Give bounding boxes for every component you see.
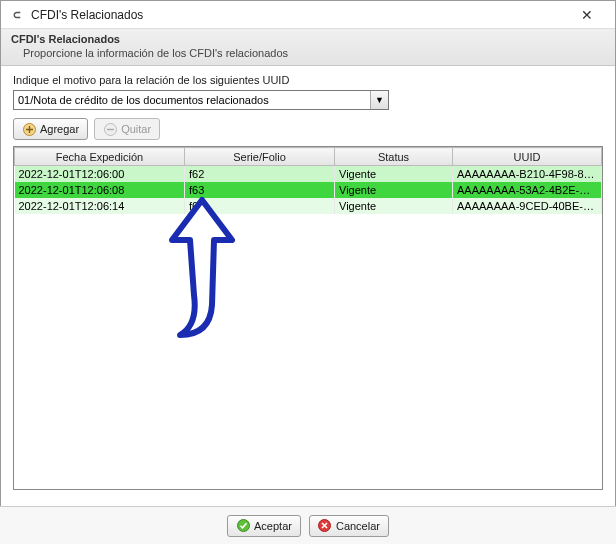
table-row-selected[interactable]: 2022-12-01T12:06:08 f63 Vigente AAAAAAAA… [15,182,602,198]
titlebar: ⊂ CFDI's Relacionados ✕ [1,1,615,29]
cell-fecha: 2022-12-01T12:06:00 [15,166,185,183]
col-folio[interactable]: Serie/Folio [185,148,335,166]
motivo-combo[interactable]: 01/Nota de crédito de los documentos rel… [13,90,389,110]
cell-fecha: 2022-12-01T12:06:14 [15,198,185,214]
cancel-icon [318,519,332,533]
quitar-button[interactable]: Quitar [94,118,160,140]
form-area: Indique el motivo para la relación de lo… [1,66,615,114]
cell-uuid: AAAAAAAA-53A2-4B2E-BBB4-FF... [453,182,602,198]
check-icon [236,519,250,533]
cell-folio: f62 [185,166,335,183]
col-uuid[interactable]: UUID [453,148,602,166]
quitar-label: Quitar [121,123,151,135]
cancelar-button[interactable]: Cancelar [309,515,389,537]
dialog-header: CFDI's Relacionados Proporcione la infor… [1,29,615,66]
close-icon: ✕ [581,7,593,23]
cell-status: Vigente [335,198,453,214]
plus-icon [22,122,36,136]
cell-status: Vigente [335,182,453,198]
table-row[interactable]: 2022-12-01T12:06:00 f62 Vigente AAAAAAAA… [15,166,602,183]
cell-status: Vigente [335,166,453,183]
grid: Fecha Expedición Serie/Folio Status UUID… [13,146,603,490]
cell-folio: f64 [185,198,335,214]
agregar-button[interactable]: Agregar [13,118,88,140]
cell-fecha: 2022-12-01T12:06:08 [15,182,185,198]
chevron-down-icon: ▼ [370,91,388,109]
toolbar: Agregar Quitar [1,114,615,146]
cell-uuid: AAAAAAAA-9CED-40BE-B3E8-C... [453,198,602,214]
window-title: CFDI's Relacionados [31,8,565,22]
cell-uuid: AAAAAAAA-B210-4F98-87A0-0F... [453,166,602,183]
aceptar-button[interactable]: Aceptar [227,515,301,537]
minus-icon [103,122,117,136]
dialog-subtitle: Proporcione la información de los CFDI's… [11,45,605,59]
close-button[interactable]: ✕ [565,4,609,26]
col-status[interactable]: Status [335,148,453,166]
motivo-value: 01/Nota de crédito de los documentos rel… [18,94,370,106]
col-fecha[interactable]: Fecha Expedición [15,148,185,166]
grid-header-row: Fecha Expedición Serie/Folio Status UUID [15,148,602,166]
motivo-label: Indique el motivo para la relación de lo… [13,74,603,86]
dialog-footer: Aceptar Cancelar [0,506,616,544]
aceptar-label: Aceptar [254,520,292,532]
cancelar-label: Cancelar [336,520,380,532]
dialog-title: CFDI's Relacionados [11,33,605,45]
agregar-label: Agregar [40,123,79,135]
app-icon: ⊂ [9,7,25,23]
cell-folio: f63 [185,182,335,198]
table-row[interactable]: 2022-12-01T12:06:14 f64 Vigente AAAAAAAA… [15,198,602,214]
